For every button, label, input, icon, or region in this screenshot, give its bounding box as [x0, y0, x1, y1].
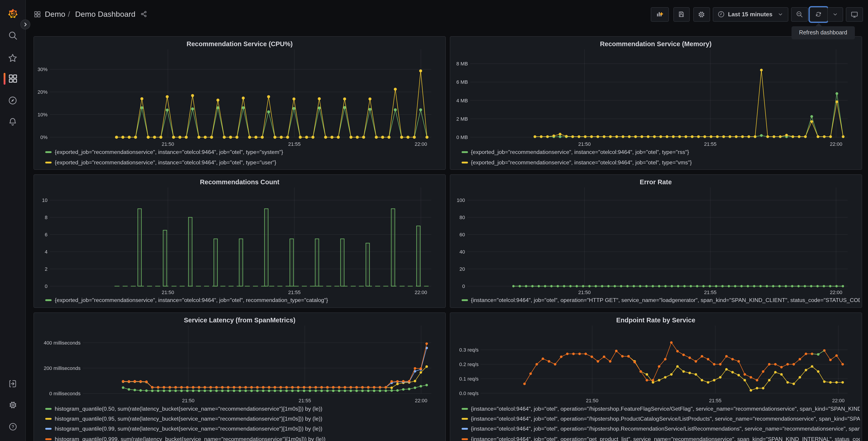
svg-text:22:00: 22:00 [415, 398, 427, 403]
svg-text:22:00: 22:00 [830, 289, 842, 295]
svg-text:8 MB: 8 MB [456, 61, 468, 66]
svg-text:21:55: 21:55 [704, 141, 716, 147]
svg-text:10: 10 [42, 197, 48, 203]
svg-text:4 MB: 4 MB [456, 97, 468, 103]
svg-text:200 milliseconds: 200 milliseconds [44, 365, 81, 371]
svg-text:21:55: 21:55 [709, 398, 721, 403]
svg-text:6: 6 [45, 232, 48, 237]
svg-text:2 MB: 2 MB [456, 116, 468, 122]
svg-text:21:50: 21:50 [182, 398, 194, 403]
svg-text:0: 0 [45, 283, 48, 289]
svg-text:21:55: 21:55 [704, 289, 716, 295]
svg-text:0 milliseconds: 0 milliseconds [49, 390, 81, 396]
svg-text:0.3 req/s: 0.3 req/s [459, 347, 478, 352]
svg-text:60: 60 [459, 232, 465, 237]
svg-text:21:55: 21:55 [288, 289, 301, 295]
svg-text:80: 80 [459, 214, 465, 220]
svg-text:20: 20 [459, 266, 465, 272]
svg-text:2: 2 [45, 266, 48, 272]
svg-text:22:00: 22:00 [414, 289, 427, 295]
svg-text:0%: 0% [40, 134, 48, 140]
svg-text:22:00: 22:00 [830, 141, 842, 147]
svg-text:?: ? [11, 424, 14, 429]
svg-text:20%: 20% [37, 89, 48, 95]
svg-text:100: 100 [456, 197, 465, 203]
svg-text:6 MB: 6 MB [456, 79, 468, 85]
svg-text:21:55: 21:55 [288, 141, 301, 147]
svg-text:21:50: 21:50 [161, 289, 174, 295]
svg-text:0.2 req/s: 0.2 req/s [459, 361, 478, 367]
svg-text:4: 4 [45, 249, 48, 255]
svg-text:21:55: 21:55 [299, 398, 311, 403]
svg-text:22:00: 22:00 [414, 141, 427, 147]
svg-text:0.0 req/s: 0.0 req/s [459, 390, 478, 396]
svg-text:0.1 req/s: 0.1 req/s [459, 376, 478, 381]
svg-text:21:50: 21:50 [161, 141, 174, 147]
svg-text:21:50: 21:50 [578, 289, 590, 295]
svg-text:8: 8 [45, 214, 48, 220]
svg-text:21:50: 21:50 [578, 141, 590, 147]
svg-text:22:00: 22:00 [832, 398, 844, 403]
svg-text:21:50: 21:50 [586, 398, 598, 403]
svg-text:400 milliseconds: 400 milliseconds [44, 340, 81, 346]
svg-text:40: 40 [459, 249, 465, 255]
svg-text:30%: 30% [37, 66, 48, 72]
svg-text:10%: 10% [37, 112, 48, 117]
svg-text:0: 0 [462, 283, 465, 289]
svg-text:0 MB: 0 MB [456, 134, 468, 140]
